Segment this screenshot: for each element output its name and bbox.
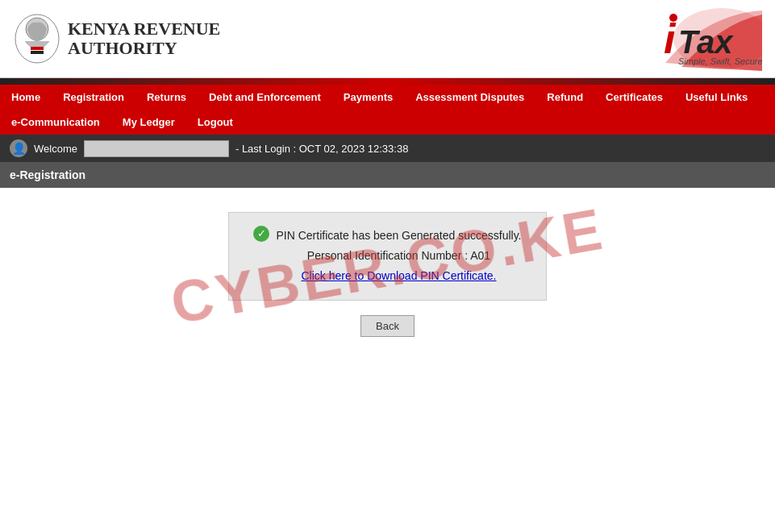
nav-registration[interactable]: Registration — [52, 85, 135, 110]
header: Kenya Revenue Authority i Tax Simple, Sw… — [0, 0, 775, 78]
nav-returns[interactable]: Returns — [135, 85, 198, 110]
nav-certificates[interactable]: Certificates — [594, 85, 674, 110]
page-title: e-Registration — [10, 168, 85, 181]
nav-debt[interactable]: Debt and Enforcement — [198, 85, 332, 110]
kra-emblem — [13, 13, 61, 65]
nav-home[interactable]: Home — [0, 85, 52, 110]
nav-payments[interactable]: Payments — [332, 85, 404, 110]
svg-rect-3 — [31, 51, 44, 54]
success-message-box: PIN Certificate has been Generated succe… — [228, 212, 546, 301]
download-link[interactable]: Click here to Download PIN Certificate. — [301, 269, 496, 282]
itax-swoosh: i Tax Simple, Swift, Secure — [601, 6, 762, 71]
page-title-bar: e-Registration — [0, 162, 775, 188]
success-icon — [253, 226, 269, 242]
nav-disputes[interactable]: Assessment Disputes — [404, 85, 535, 110]
nav-useful-links[interactable]: Useful Links — [674, 85, 759, 110]
last-login-text: - Last Login : OCT 02, 2023 12:33:38 — [235, 143, 408, 155]
svg-point-6 — [669, 14, 677, 22]
kra-name-line2: Authority — [68, 39, 220, 58]
welcome-label: Welcome — [34, 143, 77, 155]
back-button[interactable]: Back — [360, 315, 415, 337]
welcome-bar: 👤 Welcome - Last Login : OCT 02, 2023 12… — [0, 135, 775, 162]
nav-refund[interactable]: Refund — [535, 85, 594, 110]
nav-ecommunication[interactable]: e-Communication — [0, 110, 111, 135]
main-nav: Home Registration Returns Debt and Enfor… — [0, 85, 775, 135]
nav-logout[interactable]: Logout — [186, 110, 244, 135]
content-area: e-Registration PIN Certificate has been … — [0, 162, 775, 361]
kra-name: Kenya Revenue Authority — [68, 19, 220, 58]
svg-text:i: i — [664, 15, 677, 62]
kra-logo: Kenya Revenue Authority — [13, 13, 220, 65]
itax-logo-area: i Tax Simple, Swift, Secure — [601, 6, 762, 71]
nav-my-ledger[interactable]: My Ledger — [111, 110, 186, 135]
success-section: PIN Certificate has been Generated succe… — [0, 188, 775, 361]
kra-name-line1: Kenya Revenue — [68, 19, 220, 39]
svg-text:Simple, Swift, Secure: Simple, Swift, Secure — [678, 56, 762, 66]
svg-rect-2 — [31, 47, 44, 50]
success-line1: PIN Certificate has been Generated succe… — [276, 226, 521, 246]
svg-text:Tax: Tax — [678, 24, 734, 60]
decorative-bar — [0, 78, 775, 85]
success-line2: Personal Identification Number : A01 — [276, 246, 521, 266]
user-icon: 👤 — [10, 139, 27, 157]
username-input[interactable] — [84, 140, 229, 157]
